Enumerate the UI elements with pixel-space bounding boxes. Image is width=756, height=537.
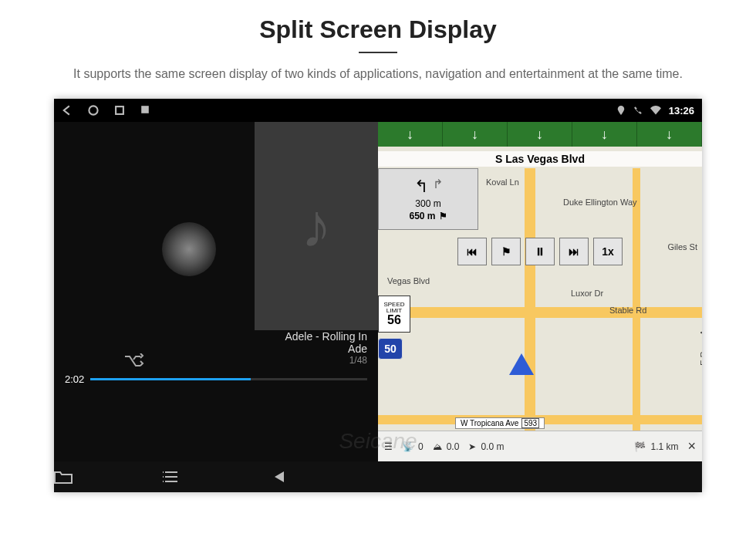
- home-icon[interactable]: [88, 105, 99, 116]
- phone-icon: [633, 106, 643, 115]
- turn-instruction-panel: ↰ ↱ 300 m 650 m⚑: [378, 168, 478, 230]
- map-bottom-bar: ☰ 📡0 ⛰0.0 ➤0.0 m 🏁1.1 km ×: [378, 431, 702, 461]
- turn-distance-2: 650 m: [409, 211, 435, 221]
- lane-arrow: ↓: [637, 122, 702, 147]
- turn-left-icon: ↰: [414, 177, 428, 197]
- watermark: Seicane: [339, 429, 417, 454]
- wifi-icon: [650, 106, 661, 115]
- street-label: E Reno Ave: [699, 321, 702, 366]
- map-pause-button[interactable]: ⏸: [525, 238, 555, 265]
- page-subtitle: It supports the same screen display of t…: [0, 65, 756, 99]
- street-label: Stable Rd: [609, 306, 646, 315]
- music-pane: ♪ Adele - Rolling In Ade 1/48 2:02: [54, 122, 378, 461]
- map-flag-button[interactable]: ⚑: [491, 238, 521, 265]
- street-label: Vegas Blvd: [387, 276, 430, 285]
- turn-right-icon: ↱: [433, 177, 443, 197]
- map-prev-button[interactable]: ⏮: [457, 238, 487, 265]
- previous-track-button[interactable]: [270, 470, 378, 484]
- lane-arrow: ↓: [378, 122, 443, 147]
- destination-flag-icon: 🏁: [634, 441, 646, 452]
- svg-point-0: [89, 106, 97, 114]
- elapsed-time: 2:02: [65, 373, 84, 385]
- address-callout: W Tropicana Ave 593: [455, 417, 545, 429]
- lane-guidance: ↓ ↓ ↓ ↓ ↓: [378, 122, 702, 147]
- shuffle-icon[interactable]: [123, 353, 145, 369]
- recent-icon[interactable]: [114, 105, 125, 116]
- clock: 13:26: [669, 105, 694, 117]
- svg-rect-1: [116, 106, 123, 114]
- music-note-icon: ♪: [301, 191, 332, 262]
- lane-arrow: ↓: [572, 122, 637, 147]
- track-info: Adele - Rolling In Ade 1/48: [54, 330, 378, 366]
- close-icon[interactable]: ×: [687, 438, 696, 454]
- track-position: 1/48: [54, 355, 367, 366]
- route-shield: 50: [378, 338, 403, 360]
- progress-bar[interactable]: [90, 378, 367, 380]
- street-label: Giles St: [667, 242, 697, 252]
- play-dial-button[interactable]: [162, 222, 216, 276]
- back-icon[interactable]: [62, 105, 73, 116]
- street-label: Duke Ellington Way: [563, 198, 637, 207]
- map-pane[interactable]: ↓ ↓ ↓ ↓ ↓ S Las Vegas Blvd ↰ ↱ 300 m 650…: [378, 122, 702, 461]
- vehicle-marker: [509, 353, 534, 375]
- list-button[interactable]: [162, 470, 270, 484]
- location-icon: [616, 106, 626, 115]
- track-artist: Ade: [54, 343, 367, 355]
- lane-arrow: ↓: [508, 122, 572, 147]
- image-icon[interactable]: [140, 105, 150, 116]
- map-next-button[interactable]: ⏭: [559, 238, 589, 265]
- street-label: Luxor Dr: [571, 289, 603, 298]
- title-underline: [359, 52, 397, 53]
- album-art-area: ♪: [54, 122, 378, 330]
- map-playback-controls: ⏮ ⚑ ⏸ ⏭ 1x: [457, 238, 623, 265]
- music-bottom-nav: [54, 461, 702, 492]
- lane-arrow: ↓: [443, 122, 508, 147]
- svg-rect-2: [141, 106, 149, 113]
- album-placeholder: ♪: [255, 122, 378, 330]
- page-title: Split Screen Display: [0, 0, 756, 44]
- elevation-icon: ⛰: [433, 441, 442, 452]
- street-label: Koval Ln: [486, 177, 519, 187]
- turn-distance-1: 300 m: [415, 198, 440, 209]
- speed-limit-sign: SPEED LIMIT 56: [378, 296, 410, 333]
- status-bar: 13:26: [54, 99, 702, 122]
- current-street: S Las Vegas Blvd: [378, 151, 702, 167]
- flag-icon: ⚑: [439, 211, 447, 221]
- speed-icon: ➤: [468, 441, 476, 452]
- folder-button[interactable]: [54, 470, 162, 484]
- track-title: Adele - Rolling In: [54, 330, 367, 343]
- device-frame: 13:26 ♪ Adele - Rolling In Ade 1/48 2:02: [54, 99, 702, 492]
- map-speed-button[interactable]: 1x: [593, 238, 623, 265]
